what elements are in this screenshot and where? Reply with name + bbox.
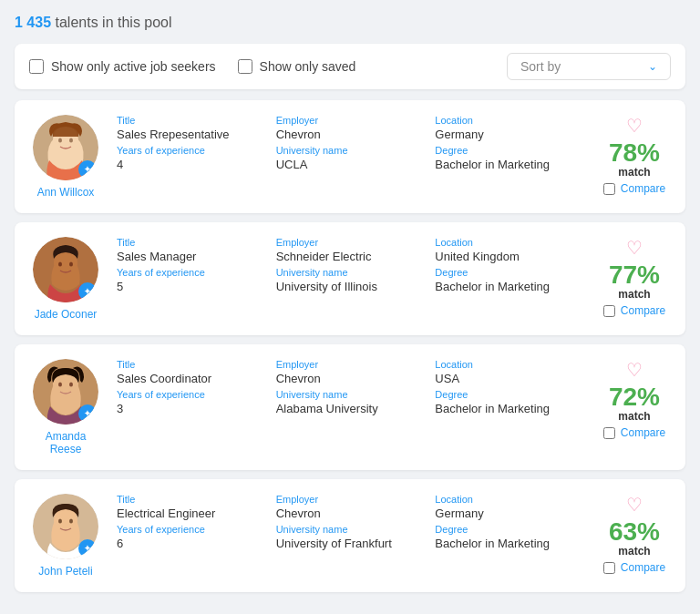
years-group: Years of experience 6 — [117, 524, 265, 550]
title-group: Title Sales Coordinator — [117, 359, 265, 385]
degree-group: Degree Bachelor in Marketing — [435, 524, 583, 550]
avatar-section: ✦ John Peteli — [29, 494, 102, 578]
compare-link[interactable]: Compare — [621, 561, 665, 574]
active-seekers-filter[interactable]: Show only active job seekers — [29, 59, 216, 74]
location-value: Germany — [435, 128, 583, 141]
match-section: ♡ 63% match Compare — [598, 494, 671, 574]
match-percent: 63% — [609, 519, 660, 545]
favorite-heart-icon[interactable]: ♡ — [626, 494, 643, 516]
talent-info: Title Electrical Engineer Employer Chevr… — [117, 494, 583, 550]
title-value: Sales Rrepesentative — [117, 128, 265, 141]
talent-info: Title Sales Coordinator Employer Chevron… — [117, 359, 583, 415]
talent-name[interactable]: Ann Willcox — [37, 186, 95, 199]
saved-filter[interactable]: Show only saved — [238, 59, 356, 74]
match-percent: 72% — [609, 384, 660, 410]
degree-label: Degree — [435, 389, 583, 400]
favorite-heart-icon[interactable]: ♡ — [626, 115, 643, 137]
badge-icon: ✦ — [84, 409, 91, 418]
compare-checkbox[interactable] — [603, 183, 615, 195]
location-group: Location USA — [435, 359, 583, 385]
university-label: University name — [276, 389, 425, 400]
title-label: Title — [117, 115, 265, 126]
years-value: 5 — [117, 280, 265, 293]
years-group: Years of experience 5 — [117, 267, 265, 293]
employer-group: Employer Chevron — [276, 494, 425, 520]
compare-link[interactable]: Compare — [621, 182, 665, 195]
compare-row: Compare — [603, 182, 665, 195]
years-label: Years of experience — [117, 389, 265, 400]
location-label: Location — [435, 115, 583, 126]
years-value: 3 — [117, 402, 265, 415]
svg-point-10 — [58, 383, 62, 387]
university-value: University of Frankfurt — [276, 537, 425, 550]
employer-value: Chevron — [276, 507, 425, 520]
svg-point-2 — [58, 138, 62, 143]
pool-header: 1 435 talents in this pool — [15, 15, 685, 31]
employer-label: Employer — [276, 237, 425, 248]
svg-point-15 — [69, 519, 73, 524]
compare-checkbox[interactable] — [603, 305, 615, 317]
pool-count-suffix: talents in this pool — [51, 15, 172, 30]
favorite-heart-icon[interactable]: ♡ — [626, 359, 643, 381]
avatar-section: ✦ Jade Oconer — [29, 237, 102, 321]
employer-group: Employer Chevron — [276, 115, 425, 141]
degree-label: Degree — [435, 524, 583, 535]
talent-info: Title Sales Rrepesentative Employer Chev… — [117, 115, 583, 171]
talent-name[interactable]: Amanda Reese — [29, 430, 102, 455]
employer-value: Chevron — [276, 372, 425, 385]
talent-name[interactable]: Jade Oconer — [35, 308, 98, 321]
svg-point-14 — [58, 519, 62, 524]
badge-icon: ✦ — [84, 544, 91, 553]
location-label: Location — [435, 359, 583, 370]
title-value: Electrical Engineer — [117, 507, 265, 520]
title-group: Title Sales Manager — [117, 237, 265, 263]
employer-label: Employer — [276, 359, 425, 370]
degree-value: Bachelor in Marketing — [435, 402, 583, 415]
university-value: Alabama University — [276, 402, 425, 415]
employer-label: Employer — [276, 494, 425, 505]
degree-group: Degree Bachelor in Marketing — [435, 145, 583, 171]
title-value: Sales Manager — [117, 250, 265, 263]
university-value: UCLA — [276, 158, 425, 171]
compare-checkbox[interactable] — [603, 562, 615, 574]
active-seekers-checkbox[interactable] — [29, 59, 44, 74]
avatar: ✦ — [33, 359, 98, 425]
title-value: Sales Coordinator — [117, 372, 265, 385]
university-label: University name — [276, 524, 425, 535]
years-value: 6 — [117, 537, 265, 550]
university-label: University name — [276, 145, 425, 156]
match-label: match — [618, 545, 650, 558]
chevron-down-icon: ⌄ — [648, 60, 657, 73]
talent-info: Title Sales Manager Employer Schneider E… — [117, 237, 583, 293]
match-percent: 77% — [609, 262, 660, 288]
talent-card: ✦ Ann Willcox Title Sales Rrepesentative… — [15, 100, 685, 213]
talent-card: ✦ Amanda Reese Title Sales Coordinator E… — [15, 344, 685, 470]
degree-label: Degree — [435, 267, 583, 278]
pool-count: 1 435 — [15, 15, 51, 30]
favorite-heart-icon[interactable]: ♡ — [626, 237, 643, 259]
talent-card: ✦ Jade Oconer Title Sales Manager Employ… — [15, 222, 685, 335]
compare-link[interactable]: Compare — [621, 426, 665, 439]
match-percent: 78% — [609, 140, 660, 166]
title-label: Title — [117, 494, 265, 505]
years-label: Years of experience — [117, 524, 265, 535]
sort-by-dropdown[interactable]: Sort by ⌄ — [507, 53, 671, 80]
location-label: Location — [435, 494, 583, 505]
svg-point-7 — [69, 262, 73, 267]
title-group: Title Sales Rrepesentative — [117, 115, 265, 141]
talent-name[interactable]: John Peteli — [38, 565, 92, 578]
compare-link[interactable]: Compare — [621, 304, 665, 317]
compare-checkbox[interactable] — [603, 427, 615, 439]
years-group: Years of experience 3 — [117, 389, 265, 415]
match-section: ♡ 78% match Compare — [598, 115, 671, 195]
match-section: ♡ 72% match Compare — [598, 359, 671, 439]
university-group: University name University of Illinois — [276, 267, 425, 293]
degree-value: Bachelor in Marketing — [435, 537, 583, 550]
badge-icon: ✦ — [84, 287, 91, 296]
avatar-section: ✦ Ann Willcox — [29, 115, 102, 199]
years-group: Years of experience 4 — [117, 145, 265, 171]
saved-checkbox[interactable] — [238, 59, 252, 74]
degree-value: Bachelor in Marketing — [435, 280, 583, 293]
avatar: ✦ — [33, 115, 98, 180]
degree-group: Degree Bachelor in Marketing — [435, 267, 583, 293]
